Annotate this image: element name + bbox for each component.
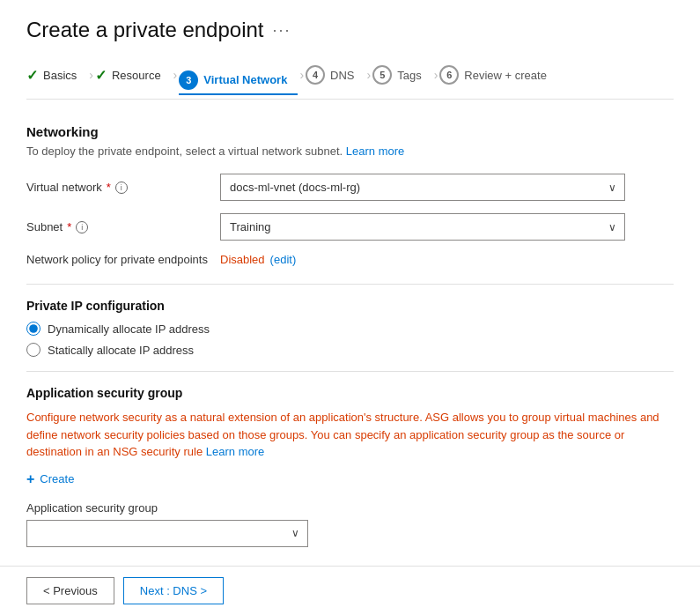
page-title: Create a private endpoint <box>26 18 264 42</box>
step-sep-5: › <box>434 68 438 82</box>
private-ip-title: Private IP configuration <box>26 299 674 313</box>
step-label-tags: Tags <box>397 69 421 82</box>
network-policy-label: Network policy for private endpoints <box>26 253 220 266</box>
previous-button[interactable]: < Previous <box>26 577 114 604</box>
network-policy-row: Network policy for private endpoints Dis… <box>26 253 674 266</box>
step-label-dns: DNS <box>330 69 354 82</box>
subnet-select[interactable]: Training <box>220 213 625 241</box>
step-circle-dns: 4 <box>306 65 325 85</box>
create-button[interactable]: + Create <box>26 471 74 487</box>
info-icon-subnet[interactable]: i <box>76 221 88 233</box>
step-circle-tags: 5 <box>372 65 392 85</box>
virtual-network-select-wrapper: docs-ml-vnet (docs-ml-rg) ∨ <box>220 174 625 201</box>
asg-desc: Configure network security as a natural … <box>26 409 674 461</box>
divider-2 <box>26 371 674 372</box>
network-policy-value: Disabled <box>220 253 265 266</box>
virtual-network-label: Virtual network * i <box>26 181 220 194</box>
next-button[interactable]: Next : DNS > <box>123 577 224 604</box>
step-sep-2: › <box>173 68 178 82</box>
divider-1 <box>26 284 674 285</box>
step-check-resource: ✓ <box>95 67 107 84</box>
step-resource[interactable]: ✓ Resource <box>95 63 172 87</box>
wizard-steps: ✓ Basics › ✓ Resource › 3 Virtual Networ… <box>26 62 674 100</box>
networking-learn-more[interactable]: Learn more <box>346 144 404 158</box>
radio-static-label: Statically allocate IP address <box>48 344 194 357</box>
asg-section: Application security group Configure net… <box>26 386 674 547</box>
step-label-vnet: Virtual Network <box>203 73 287 86</box>
network-policy-edit[interactable]: (edit) <box>270 253 297 266</box>
subnet-select-wrapper: Training ∨ <box>220 213 625 241</box>
asg-title: Application security group <box>26 386 674 400</box>
radio-static: Statically allocate IP address <box>26 343 674 357</box>
networking-title: Networking <box>26 124 674 139</box>
info-icon-vnet[interactable]: i <box>115 182 128 194</box>
step-sep-1: › <box>89 68 93 82</box>
step-circle-review: 6 <box>439 65 459 85</box>
page-title-row: Create a private endpoint ··· <box>26 18 674 42</box>
asg-desc-text: Configure network security as a natural … <box>26 411 659 458</box>
asg-select-wrapper: ∨ <box>26 520 308 547</box>
step-review[interactable]: 6 Review + create <box>439 62 557 88</box>
asg-learn-more[interactable]: Learn more <box>206 445 264 458</box>
networking-desc: To deploy the private endpoint, select a… <box>26 144 674 158</box>
required-star-vnet: * <box>107 181 111 194</box>
virtual-network-select[interactable]: docs-ml-vnet (docs-ml-rg) <box>220 174 625 201</box>
required-star-subnet: * <box>67 220 71 233</box>
subnet-row: Subnet * i Training ∨ <box>26 213 674 241</box>
ellipsis-menu[interactable]: ··· <box>273 21 291 40</box>
create-label: Create <box>40 472 74 485</box>
virtual-network-row: Virtual network * i docs-ml-vnet (docs-m… <box>26 174 674 201</box>
radio-dynamic-label: Dynamically allocate IP address <box>48 322 210 336</box>
plus-icon: + <box>26 471 34 487</box>
bottom-bar: < Previous Next : DNS > <box>0 566 700 615</box>
radio-dynamic-input[interactable] <box>26 322 41 336</box>
step-label-resource: Resource <box>112 69 161 82</box>
radio-static-input[interactable] <box>26 343 41 357</box>
step-label-basics: Basics <box>43 69 77 82</box>
step-tags[interactable]: 5 Tags <box>372 62 431 88</box>
step-label-review: Review + create <box>464 69 547 82</box>
step-basics[interactable]: ✓ Basics <box>26 63 87 87</box>
step-dns[interactable]: 4 DNS <box>306 62 365 88</box>
subnet-label: Subnet * i <box>26 220 220 233</box>
networking-desc-text: To deploy the private endpoint, select a… <box>26 144 343 158</box>
step-check-basics: ✓ <box>26 67 38 84</box>
private-ip-section: Private IP configuration Dynamically all… <box>26 299 674 357</box>
radio-dynamic: Dynamically allocate IP address <box>26 322 674 336</box>
step-sep-3: › <box>299 68 304 82</box>
networking-section: Networking To deploy the private endpoin… <box>26 124 674 266</box>
asg-select[interactable] <box>26 520 308 547</box>
step-virtual-network[interactable]: 3 Virtual Network <box>179 67 298 95</box>
asg-dropdown-label: Application security group <box>26 501 674 515</box>
step-circle-vnet: 3 <box>179 70 198 90</box>
step-sep-4: › <box>367 68 372 82</box>
